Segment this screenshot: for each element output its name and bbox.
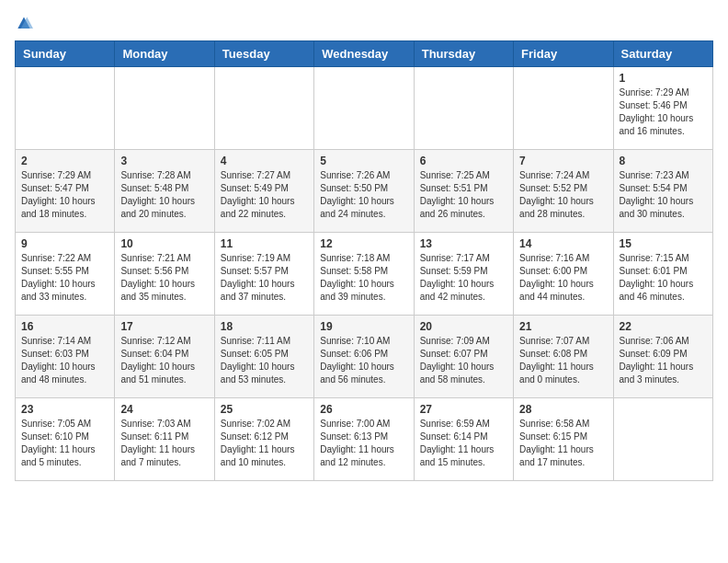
calendar-cell: 19Sunrise: 7:10 AM Sunset: 6:06 PM Dayli… (314, 316, 414, 398)
day-number: 28 (519, 403, 607, 416)
day-info: Sunrise: 7:05 AM Sunset: 6:10 PM Dayligh… (21, 418, 108, 469)
calendar-cell: 22Sunrise: 7:06 AM Sunset: 6:09 PM Dayli… (613, 316, 712, 398)
day-number: 22 (620, 320, 707, 333)
calendar-cell: 6Sunrise: 7:25 AM Sunset: 5:51 PM Daylig… (414, 150, 513, 233)
calendar-cell: 23Sunrise: 7:05 AM Sunset: 6:10 PM Dayli… (16, 398, 115, 481)
week-row-1: 2Sunrise: 7:29 AM Sunset: 5:47 PM Daylig… (16, 150, 713, 233)
day-header-saturday: Saturday (613, 41, 712, 67)
day-info: Sunrise: 7:06 AM Sunset: 6:09 PM Dayligh… (620, 335, 707, 386)
logo-icon (15, 15, 33, 33)
day-number: 16 (21, 320, 108, 333)
calendar-cell: 15Sunrise: 7:15 AM Sunset: 6:01 PM Dayli… (613, 233, 712, 316)
week-row-2: 9Sunrise: 7:22 AM Sunset: 5:55 PM Daylig… (16, 233, 713, 316)
day-header-thursday: Thursday (414, 41, 513, 67)
calendar-cell: 12Sunrise: 7:18 AM Sunset: 5:58 PM Dayli… (314, 233, 414, 316)
calendar-cell: 18Sunrise: 7:11 AM Sunset: 6:05 PM Dayli… (214, 316, 313, 398)
day-number: 8 (620, 155, 707, 167)
day-header-friday: Friday (514, 41, 613, 67)
day-header-sunday: Sunday (16, 41, 115, 67)
logo (15, 15, 37, 33)
day-info: Sunrise: 6:58 AM Sunset: 6:15 PM Dayligh… (519, 418, 607, 469)
day-number: 19 (320, 320, 407, 333)
day-number: 7 (519, 155, 607, 167)
day-number: 27 (420, 403, 507, 416)
day-number: 17 (120, 320, 208, 333)
day-number: 18 (221, 320, 308, 333)
day-number: 2 (21, 155, 108, 167)
day-number: 26 (320, 403, 407, 416)
calendar-cell (514, 67, 613, 150)
day-info: Sunrise: 7:02 AM Sunset: 6:12 PM Dayligh… (221, 418, 308, 469)
day-header-tuesday: Tuesday (214, 41, 313, 67)
calendar-cell: 4Sunrise: 7:27 AM Sunset: 5:49 PM Daylig… (214, 150, 313, 233)
week-row-0: 1Sunrise: 7:29 AM Sunset: 5:46 PM Daylig… (16, 67, 713, 150)
calendar-cell: 11Sunrise: 7:19 AM Sunset: 5:57 PM Dayli… (214, 233, 313, 316)
page-header (15, 15, 713, 33)
day-number: 10 (120, 237, 208, 250)
day-info: Sunrise: 7:29 AM Sunset: 5:47 PM Dayligh… (21, 169, 108, 221)
day-info: Sunrise: 7:14 AM Sunset: 6:03 PM Dayligh… (21, 335, 108, 386)
day-number: 24 (120, 403, 208, 416)
day-info: Sunrise: 7:16 AM Sunset: 6:00 PM Dayligh… (519, 252, 607, 304)
day-info: Sunrise: 7:23 AM Sunset: 5:54 PM Dayligh… (620, 169, 707, 221)
day-info: Sunrise: 7:21 AM Sunset: 5:56 PM Dayligh… (120, 252, 208, 304)
day-info: Sunrise: 7:29 AM Sunset: 5:46 PM Dayligh… (620, 86, 707, 138)
calendar-cell: 17Sunrise: 7:12 AM Sunset: 6:04 PM Dayli… (115, 316, 214, 398)
calendar-cell: 21Sunrise: 7:07 AM Sunset: 6:08 PM Dayli… (514, 316, 613, 398)
day-info: Sunrise: 7:07 AM Sunset: 6:08 PM Dayligh… (519, 335, 607, 386)
day-info: Sunrise: 7:11 AM Sunset: 6:05 PM Dayligh… (221, 335, 308, 386)
calendar-cell: 24Sunrise: 7:03 AM Sunset: 6:11 PM Dayli… (115, 398, 214, 481)
day-info: Sunrise: 7:19 AM Sunset: 5:57 PM Dayligh… (221, 252, 308, 304)
day-number: 5 (320, 155, 407, 167)
day-number: 15 (620, 237, 707, 250)
day-info: Sunrise: 7:25 AM Sunset: 5:51 PM Dayligh… (420, 169, 507, 221)
calendar-cell (16, 67, 115, 150)
calendar: SundayMondayTuesdayWednesdayThursdayFrid… (15, 40, 713, 481)
week-row-3: 16Sunrise: 7:14 AM Sunset: 6:03 PM Dayli… (16, 316, 713, 398)
calendar-cell: 14Sunrise: 7:16 AM Sunset: 6:00 PM Dayli… (514, 233, 613, 316)
day-info: Sunrise: 7:10 AM Sunset: 6:06 PM Dayligh… (320, 335, 407, 386)
day-info: Sunrise: 7:09 AM Sunset: 6:07 PM Dayligh… (420, 335, 507, 386)
calendar-cell: 9Sunrise: 7:22 AM Sunset: 5:55 PM Daylig… (16, 233, 115, 316)
day-info: Sunrise: 7:17 AM Sunset: 5:59 PM Dayligh… (420, 252, 507, 304)
calendar-cell: 26Sunrise: 7:00 AM Sunset: 6:13 PM Dayli… (314, 398, 414, 481)
calendar-cell: 7Sunrise: 7:24 AM Sunset: 5:52 PM Daylig… (514, 150, 613, 233)
day-number: 12 (320, 237, 407, 250)
day-number: 11 (221, 237, 308, 250)
calendar-header-row: SundayMondayTuesdayWednesdayThursdayFrid… (16, 41, 713, 67)
calendar-cell (115, 67, 214, 150)
calendar-cell: 8Sunrise: 7:23 AM Sunset: 5:54 PM Daylig… (613, 150, 712, 233)
day-info: Sunrise: 7:22 AM Sunset: 5:55 PM Dayligh… (21, 252, 108, 304)
calendar-cell: 16Sunrise: 7:14 AM Sunset: 6:03 PM Dayli… (16, 316, 115, 398)
day-number: 25 (221, 403, 308, 416)
day-info: Sunrise: 7:24 AM Sunset: 5:52 PM Dayligh… (519, 169, 607, 221)
day-header-wednesday: Wednesday (314, 41, 414, 67)
day-number: 4 (221, 155, 308, 167)
day-info: Sunrise: 7:28 AM Sunset: 5:48 PM Dayligh… (120, 169, 208, 221)
day-header-monday: Monday (115, 41, 214, 67)
calendar-cell: 5Sunrise: 7:26 AM Sunset: 5:50 PM Daylig… (314, 150, 414, 233)
calendar-body: 1Sunrise: 7:29 AM Sunset: 5:46 PM Daylig… (16, 67, 713, 481)
day-number: 9 (21, 237, 108, 250)
day-number: 20 (420, 320, 507, 333)
day-number: 14 (519, 237, 607, 250)
day-info: Sunrise: 6:59 AM Sunset: 6:14 PM Dayligh… (420, 418, 507, 469)
day-number: 13 (420, 237, 507, 250)
calendar-cell: 25Sunrise: 7:02 AM Sunset: 6:12 PM Dayli… (214, 398, 313, 481)
day-info: Sunrise: 7:18 AM Sunset: 5:58 PM Dayligh… (320, 252, 407, 304)
day-info: Sunrise: 7:12 AM Sunset: 6:04 PM Dayligh… (120, 335, 208, 386)
calendar-cell: 10Sunrise: 7:21 AM Sunset: 5:56 PM Dayli… (115, 233, 214, 316)
calendar-cell: 20Sunrise: 7:09 AM Sunset: 6:07 PM Dayli… (414, 316, 513, 398)
calendar-cell: 28Sunrise: 6:58 AM Sunset: 6:15 PM Dayli… (514, 398, 613, 481)
day-info: Sunrise: 7:00 AM Sunset: 6:13 PM Dayligh… (320, 418, 407, 469)
day-info: Sunrise: 7:27 AM Sunset: 5:49 PM Dayligh… (221, 169, 308, 221)
calendar-cell: 1Sunrise: 7:29 AM Sunset: 5:46 PM Daylig… (613, 67, 712, 150)
day-info: Sunrise: 7:15 AM Sunset: 6:01 PM Dayligh… (620, 252, 707, 304)
day-number: 6 (420, 155, 507, 167)
calendar-cell: 27Sunrise: 6:59 AM Sunset: 6:14 PM Dayli… (414, 398, 513, 481)
calendar-cell: 2Sunrise: 7:29 AM Sunset: 5:47 PM Daylig… (16, 150, 115, 233)
day-info: Sunrise: 7:26 AM Sunset: 5:50 PM Dayligh… (320, 169, 407, 221)
day-info: Sunrise: 7:03 AM Sunset: 6:11 PM Dayligh… (120, 418, 208, 469)
day-number: 3 (120, 155, 208, 167)
day-number: 1 (620, 72, 707, 85)
